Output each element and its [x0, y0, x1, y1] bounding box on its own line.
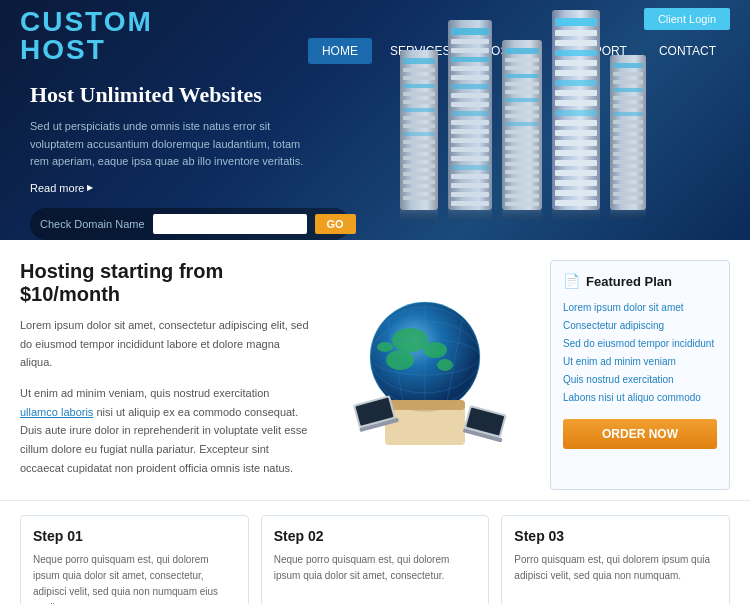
svg-rect-14: [403, 164, 435, 168]
svg-rect-60: [505, 186, 539, 190]
svg-rect-95: [613, 136, 643, 140]
svg-rect-30: [451, 111, 489, 116]
svg-rect-7: [403, 108, 435, 112]
svg-rect-48: [505, 90, 539, 94]
svg-rect-45: [505, 66, 539, 70]
step-text: Neque porro quisquam est, qui dolorem ip…: [33, 552, 236, 605]
featured-items: Lorem ipsum dolor sit ametConsectetur ad…: [563, 299, 717, 407]
hero-content: Host Unlimited Websites Sed ut perspicia…: [0, 64, 340, 240]
svg-rect-57: [505, 162, 539, 166]
svg-rect-74: [555, 110, 597, 116]
featured-plan-title: 📄 Featured Plan: [563, 273, 717, 289]
featured-item: Quis nostrud exercitation: [563, 371, 717, 389]
svg-rect-76: [555, 130, 597, 136]
svg-rect-50: [505, 106, 539, 110]
svg-rect-86: [613, 63, 643, 68]
svg-rect-97: [613, 152, 643, 156]
svg-rect-101: [613, 184, 643, 188]
svg-rect-44: [505, 58, 539, 62]
svg-rect-79: [555, 160, 597, 166]
svg-rect-34: [451, 147, 489, 152]
domain-input[interactable]: [153, 214, 307, 234]
svg-rect-98: [613, 160, 643, 164]
svg-rect-5: [403, 92, 435, 96]
hosting-title: Hosting starting from $10/month: [20, 260, 310, 306]
svg-rect-35: [451, 156, 489, 161]
svg-rect-92: [613, 112, 643, 116]
svg-rect-23: [451, 48, 489, 53]
header: CuStom HOSt Client Login HOME SERVICES H…: [0, 0, 750, 240]
svg-rect-69: [555, 60, 597, 66]
svg-rect-104: [610, 210, 646, 220]
svg-rect-75: [555, 120, 597, 126]
svg-rect-36: [451, 165, 489, 170]
svg-rect-55: [505, 146, 539, 150]
hero-title: Host Unlimited Websites: [30, 82, 310, 108]
svg-rect-103: [613, 200, 643, 204]
svg-rect-90: [613, 96, 643, 100]
main-text-2a: Ut enim ad minim veniam, quis nostrud ex…: [20, 387, 269, 399]
svg-rect-94: [613, 128, 643, 132]
svg-rect-67: [555, 40, 597, 46]
steps-section: Step 01 Neque porro quisquam est, qui do…: [0, 500, 750, 605]
svg-rect-27: [451, 84, 489, 89]
svg-point-108: [386, 350, 414, 370]
read-more-link[interactable]: Read more: [30, 182, 93, 194]
step-title: Step 02: [274, 528, 477, 544]
svg-rect-9: [403, 124, 435, 128]
featured-item: Labons nisi ut aliquo commodo: [563, 389, 717, 407]
svg-rect-26: [451, 75, 489, 80]
svg-rect-49: [505, 98, 539, 102]
svg-rect-13: [403, 156, 435, 160]
svg-rect-66: [555, 30, 597, 36]
featured-item: Lorem ipsum dolor sit amet: [563, 299, 717, 317]
featured-icon: 📄: [563, 273, 580, 289]
svg-rect-8: [403, 116, 435, 120]
svg-rect-37: [451, 174, 489, 179]
svg-rect-102: [613, 192, 643, 196]
svg-rect-38: [451, 183, 489, 188]
svg-rect-31: [451, 120, 489, 125]
main-inner: Hosting starting from $10/month Lorem ip…: [20, 260, 730, 490]
svg-rect-58: [505, 170, 539, 174]
main-text-2: Ut enim ad minim veniam, quis nostrud ex…: [20, 384, 310, 477]
svg-rect-77: [555, 140, 597, 146]
order-now-button[interactable]: ORDER NOW: [563, 419, 717, 449]
svg-rect-65: [555, 18, 597, 26]
svg-rect-3: [403, 76, 435, 80]
logo-line2: HOSt: [20, 36, 153, 64]
svg-rect-39: [451, 192, 489, 197]
featured-plan: 📄 Featured Plan Lorem ipsum dolor sit am…: [550, 260, 730, 490]
svg-rect-17: [403, 188, 435, 192]
featured-item: Sed do eiusmod tempor incididunt: [563, 335, 717, 353]
svg-rect-43: [505, 48, 539, 54]
ullamco-link[interactable]: ullamco laboris: [20, 406, 93, 418]
step-text: Porro quisquam est, qui dolorem ipsum qu…: [514, 552, 717, 584]
step-title: Step 01: [33, 528, 236, 544]
go-button[interactable]: GO: [315, 214, 356, 234]
svg-rect-96: [613, 144, 643, 148]
svg-rect-2: [403, 68, 435, 72]
svg-rect-4: [403, 84, 435, 88]
svg-rect-19: [400, 210, 438, 220]
svg-rect-78: [555, 150, 597, 156]
globe-area: [330, 260, 530, 490]
svg-rect-81: [555, 180, 597, 186]
svg-rect-33: [451, 138, 489, 143]
svg-rect-89: [613, 88, 643, 92]
svg-rect-56: [505, 154, 539, 158]
logo: CuStom HOSt: [20, 8, 153, 64]
svg-rect-93: [613, 120, 643, 124]
svg-point-110: [437, 359, 453, 371]
svg-rect-59: [505, 178, 539, 182]
nav-home[interactable]: HOME: [308, 38, 372, 64]
svg-rect-21: [451, 28, 489, 35]
servers-svg: [370, 10, 730, 220]
domain-label: Check Domain Name: [40, 218, 145, 230]
svg-rect-41: [448, 210, 492, 220]
svg-rect-15: [403, 172, 435, 176]
svg-rect-68: [555, 50, 597, 56]
svg-rect-25: [451, 66, 489, 71]
svg-rect-70: [555, 70, 597, 76]
svg-rect-62: [505, 202, 539, 206]
